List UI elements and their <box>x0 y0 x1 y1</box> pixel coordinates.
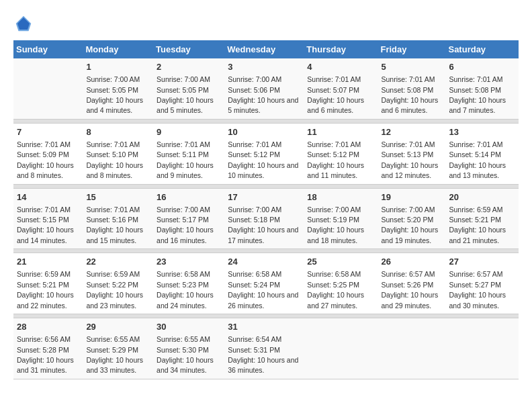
cell-date: 24 <box>228 256 300 268</box>
cell-sun-info: Sunrise: 7:00 AMSunset: 5:05 PMDaylight:… <box>157 75 214 114</box>
calendar-week-row: 7Sunrise: 7:01 AMSunset: 5:09 PMDaylight… <box>13 123 519 184</box>
cell-sun-info: Sunrise: 7:01 AMSunset: 5:12 PMDaylight:… <box>307 140 364 179</box>
cell-date: 9 <box>157 126 221 138</box>
cell-sun-info: Sunrise: 6:59 AMSunset: 5:21 PMDaylight:… <box>449 205 506 244</box>
calendar-week-row: 28Sunrise: 6:56 AMSunset: 5:28 PMDayligh… <box>13 318 519 379</box>
logo <box>13 13 35 34</box>
calendar-cell: 26Sunrise: 6:57 AMSunset: 5:26 PMDayligh… <box>378 253 446 314</box>
cell-date: 14 <box>17 191 79 203</box>
calendar-cell: 15Sunrise: 7:01 AMSunset: 5:16 PMDayligh… <box>83 188 153 249</box>
cell-sun-info: Sunrise: 7:00 AMSunset: 5:06 PMDaylight:… <box>228 75 298 114</box>
cell-date: 11 <box>307 126 374 138</box>
calendar-cell: 21Sunrise: 6:59 AMSunset: 5:21 PMDayligh… <box>13 253 83 314</box>
cell-date: 13 <box>449 126 515 138</box>
day-header-tuesday: Tuesday <box>153 40 224 58</box>
cell-sun-info: Sunrise: 7:01 AMSunset: 5:10 PMDaylight:… <box>86 140 143 179</box>
calendar-cell: 7Sunrise: 7:01 AMSunset: 5:09 PMDaylight… <box>13 123 83 184</box>
cell-date: 30 <box>157 321 221 333</box>
svg-marker-1 <box>17 17 30 30</box>
cell-sun-info: Sunrise: 6:56 AMSunset: 5:28 PMDaylight:… <box>17 335 74 374</box>
calendar-cell: 8Sunrise: 7:01 AMSunset: 5:10 PMDaylight… <box>83 123 153 184</box>
calendar-cell: 5Sunrise: 7:01 AMSunset: 5:08 PMDaylight… <box>378 58 446 119</box>
calendar-cell: 9Sunrise: 7:01 AMSunset: 5:11 PMDaylight… <box>153 123 224 184</box>
cell-date: 8 <box>86 126 150 138</box>
calendar-cell: 19Sunrise: 7:00 AMSunset: 5:20 PMDayligh… <box>378 188 446 249</box>
cell-date: 17 <box>228 191 300 203</box>
calendar-cell: 27Sunrise: 6:57 AMSunset: 5:27 PMDayligh… <box>445 253 519 314</box>
day-header-monday: Monday <box>83 40 153 58</box>
cell-date: 3 <box>228 61 300 73</box>
calendar-cell: 30Sunrise: 6:55 AMSunset: 5:30 PMDayligh… <box>153 318 224 379</box>
calendar-cell: 16Sunrise: 7:00 AMSunset: 5:17 PMDayligh… <box>153 188 224 249</box>
calendar-cell: 6Sunrise: 7:01 AMSunset: 5:08 PMDaylight… <box>445 58 519 119</box>
cell-sun-info: Sunrise: 6:55 AMSunset: 5:30 PMDaylight:… <box>157 335 214 374</box>
cell-sun-info: Sunrise: 7:00 AMSunset: 5:17 PMDaylight:… <box>157 205 214 244</box>
cell-sun-info: Sunrise: 7:01 AMSunset: 5:08 PMDaylight:… <box>382 75 439 114</box>
cell-sun-info: Sunrise: 7:00 AMSunset: 5:19 PMDaylight:… <box>307 205 364 244</box>
calendar-cell: 25Sunrise: 6:58 AMSunset: 5:25 PMDayligh… <box>304 253 378 314</box>
calendar-cell: 1Sunrise: 7:00 AMSunset: 5:05 PMDaylight… <box>83 58 153 119</box>
cell-sun-info: Sunrise: 7:01 AMSunset: 5:12 PMDaylight:… <box>228 140 298 179</box>
calendar-cell <box>378 318 446 379</box>
calendar-cell <box>304 318 378 379</box>
cell-date: 4 <box>307 61 374 73</box>
cell-sun-info: Sunrise: 6:58 AMSunset: 5:24 PMDaylight:… <box>228 270 298 309</box>
cell-sun-info: Sunrise: 6:59 AMSunset: 5:22 PMDaylight:… <box>86 270 143 309</box>
cell-sun-info: Sunrise: 7:00 AMSunset: 5:20 PMDaylight:… <box>382 205 439 244</box>
day-header-thursday: Thursday <box>304 40 378 58</box>
cell-sun-info: Sunrise: 6:57 AMSunset: 5:26 PMDaylight:… <box>382 270 439 309</box>
cell-sun-info: Sunrise: 6:59 AMSunset: 5:21 PMDaylight:… <box>17 270 74 309</box>
cell-date: 21 <box>17 256 79 268</box>
calendar-cell: 13Sunrise: 7:01 AMSunset: 5:14 PMDayligh… <box>445 123 519 184</box>
calendar-cell: 3Sunrise: 7:00 AMSunset: 5:06 PMDaylight… <box>224 58 304 119</box>
calendar-cell: 29Sunrise: 6:55 AMSunset: 5:29 PMDayligh… <box>83 318 153 379</box>
cell-date: 20 <box>449 191 515 203</box>
cell-date: 18 <box>307 191 374 203</box>
cell-date: 31 <box>228 321 300 333</box>
calendar-cell: 23Sunrise: 6:58 AMSunset: 5:23 PMDayligh… <box>153 253 224 314</box>
cell-date: 29 <box>86 321 150 333</box>
calendar-cell: 31Sunrise: 6:54 AMSunset: 5:31 PMDayligh… <box>224 318 304 379</box>
cell-date: 5 <box>382 61 443 73</box>
cell-date: 10 <box>228 126 300 138</box>
calendar-cell: 20Sunrise: 6:59 AMSunset: 5:21 PMDayligh… <box>445 188 519 249</box>
day-header-saturday: Saturday <box>445 40 519 58</box>
calendar-cell: 22Sunrise: 6:59 AMSunset: 5:22 PMDayligh… <box>83 253 153 314</box>
calendar-header-row: SundayMondayTuesdayWednesdayThursdayFrid… <box>13 40 519 58</box>
calendar-cell: 12Sunrise: 7:01 AMSunset: 5:13 PMDayligh… <box>378 123 446 184</box>
cell-date: 16 <box>157 191 221 203</box>
day-header-friday: Friday <box>378 40 446 58</box>
cell-date: 7 <box>17 126 79 138</box>
calendar-cell: 18Sunrise: 7:00 AMSunset: 5:19 PMDayligh… <box>304 188 378 249</box>
cell-sun-info: Sunrise: 7:00 AMSunset: 5:18 PMDaylight:… <box>228 205 298 244</box>
cell-date: 6 <box>449 61 515 73</box>
cell-sun-info: Sunrise: 6:58 AMSunset: 5:25 PMDaylight:… <box>307 270 364 309</box>
calendar-cell: 28Sunrise: 6:56 AMSunset: 5:28 PMDayligh… <box>13 318 83 379</box>
calendar-cell: 4Sunrise: 7:01 AMSunset: 5:07 PMDaylight… <box>304 58 378 119</box>
calendar-cell: 11Sunrise: 7:01 AMSunset: 5:12 PMDayligh… <box>304 123 378 184</box>
calendar-cell: 17Sunrise: 7:00 AMSunset: 5:18 PMDayligh… <box>224 188 304 249</box>
cell-date: 28 <box>17 321 79 333</box>
cell-date: 25 <box>307 256 374 268</box>
cell-date: 15 <box>86 191 150 203</box>
cell-sun-info: Sunrise: 6:54 AMSunset: 5:31 PMDaylight:… <box>228 335 298 374</box>
cell-sun-info: Sunrise: 7:01 AMSunset: 5:11 PMDaylight:… <box>157 140 214 179</box>
calendar-cell <box>445 318 519 379</box>
calendar-week-row: 1Sunrise: 7:00 AMSunset: 5:05 PMDaylight… <box>13 58 519 119</box>
calendar-cell: 24Sunrise: 6:58 AMSunset: 5:24 PMDayligh… <box>224 253 304 314</box>
cell-sun-info: Sunrise: 7:01 AMSunset: 5:16 PMDaylight:… <box>86 205 143 244</box>
cell-date: 2 <box>157 61 221 73</box>
cell-date: 22 <box>86 256 150 268</box>
cell-sun-info: Sunrise: 7:01 AMSunset: 5:07 PMDaylight:… <box>307 75 364 114</box>
cell-date: 19 <box>382 191 443 203</box>
day-header-sunday: Sunday <box>13 40 83 58</box>
cell-sun-info: Sunrise: 7:01 AMSunset: 5:15 PMDaylight:… <box>17 205 74 244</box>
cell-sun-info: Sunrise: 6:55 AMSunset: 5:29 PMDaylight:… <box>86 335 143 374</box>
calendar-cell: 2Sunrise: 7:00 AMSunset: 5:05 PMDaylight… <box>153 58 224 119</box>
day-header-wednesday: Wednesday <box>224 40 304 58</box>
calendar-cell: 10Sunrise: 7:01 AMSunset: 5:12 PMDayligh… <box>224 123 304 184</box>
cell-date: 27 <box>449 256 515 268</box>
cell-sun-info: Sunrise: 7:01 AMSunset: 5:13 PMDaylight:… <box>382 140 439 179</box>
cell-sun-info: Sunrise: 7:01 AMSunset: 5:14 PMDaylight:… <box>449 140 506 179</box>
calendar-week-row: 21Sunrise: 6:59 AMSunset: 5:21 PMDayligh… <box>13 253 519 314</box>
